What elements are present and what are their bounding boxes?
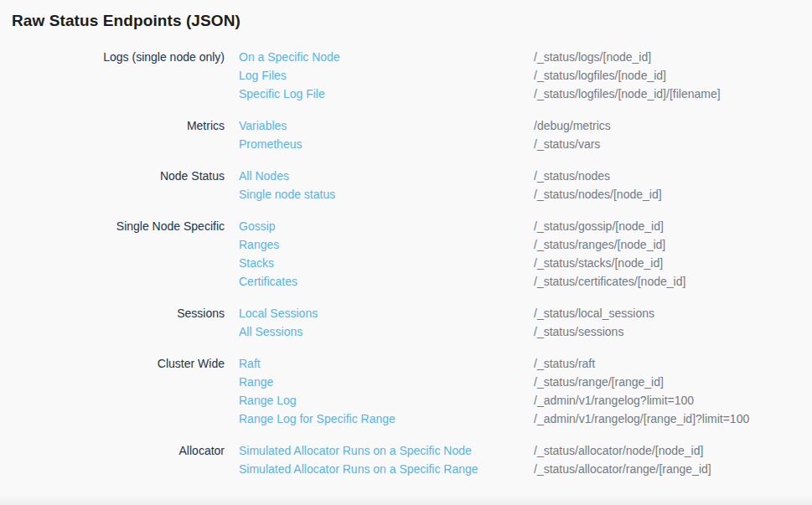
page: { "page": { "title": "Raw Status Endpoin… bbox=[0, 0, 812, 505]
endpoint-group: Logs (single node only)On a Specific Nod… bbox=[12, 48, 800, 103]
endpoint-path: /_status/nodes bbox=[534, 167, 610, 185]
endpoint-path: /_status/stacks/[node_id] bbox=[534, 254, 663, 272]
endpoint-row: Local Sessions/_status/local_sessions bbox=[239, 304, 800, 322]
endpoint-link[interactable]: Simulated Allocator Runs on a Specific N… bbox=[239, 441, 534, 460]
endpoint-group: MetricsVariables/debug/metricsPrometheus… bbox=[12, 116, 800, 153]
endpoint-link[interactable]: Prometheus bbox=[239, 135, 534, 153]
endpoint-link[interactable]: Single node status bbox=[239, 185, 534, 204]
endpoint-path: /_status/gossip/[node_id] bbox=[534, 217, 664, 235]
endpoint-link[interactable]: Variables bbox=[239, 116, 534, 135]
endpoint-group-label: Node Status bbox=[12, 167, 239, 204]
endpoint-group-rows: Raft/_status/raftRange/_status/range/[ra… bbox=[239, 354, 800, 428]
endpoint-group-rows: On a Specific Node/_status/logs/[node_id… bbox=[239, 48, 800, 103]
raw-status-endpoints-section: Raw Status Endpoints (JSON) Logs (single… bbox=[0, 0, 812, 478]
endpoint-row: All Nodes/_status/nodes bbox=[239, 167, 800, 185]
endpoint-path: /_status/allocator/node/[node_id] bbox=[534, 441, 703, 460]
endpoint-link[interactable]: Local Sessions bbox=[239, 304, 534, 322]
endpoint-row: Stacks/_status/stacks/[node_id] bbox=[239, 254, 800, 272]
endpoint-row: Simulated Allocator Runs on a Specific R… bbox=[239, 460, 800, 478]
endpoint-row: Specific Log File/_status/logfiles/[node… bbox=[239, 85, 800, 103]
endpoint-group: Node StatusAll Nodes/_status/nodesSingle… bbox=[12, 167, 800, 204]
endpoint-group-label: Logs (single node only) bbox=[12, 48, 239, 103]
endpoint-path: /_admin/v1/rangelog?limit=100 bbox=[534, 391, 694, 410]
endpoint-path: /_status/logs/[node_id] bbox=[534, 48, 651, 66]
endpoint-group-rows: Gossip/_status/gossip/[node_id]Ranges/_s… bbox=[239, 217, 800, 291]
endpoint-group-rows: Local Sessions/_status/local_sessionsAll… bbox=[239, 304, 800, 341]
endpoint-row: On a Specific Node/_status/logs/[node_id… bbox=[239, 48, 800, 66]
endpoint-group: SessionsLocal Sessions/_status/local_ses… bbox=[12, 304, 800, 341]
endpoint-link[interactable]: Specific Log File bbox=[239, 85, 534, 103]
endpoint-path: /_status/vars bbox=[534, 135, 600, 153]
endpoint-row: Simulated Allocator Runs on a Specific N… bbox=[239, 441, 800, 460]
endpoint-row: Log Files/_status/logfiles/[node_id] bbox=[239, 66, 800, 85]
endpoint-link[interactable]: Simulated Allocator Runs on a Specific R… bbox=[239, 460, 534, 478]
endpoint-link[interactable]: Range Log bbox=[239, 391, 534, 410]
endpoint-row: Certificates/_status/certificates/[node_… bbox=[239, 272, 800, 291]
endpoint-path: /_status/raft bbox=[534, 354, 595, 373]
endpoint-group-label: Single Node Specific bbox=[12, 217, 239, 291]
endpoint-path: /_status/logfiles/[node_id]/[filename] bbox=[534, 85, 721, 103]
endpoint-row: Range Log/_admin/v1/rangelog?limit=100 bbox=[239, 391, 800, 410]
endpoint-path: /_status/logfiles/[node_id] bbox=[534, 66, 666, 85]
endpoint-link[interactable]: On a Specific Node bbox=[239, 48, 534, 66]
endpoint-path: /_status/certificates/[node_id] bbox=[534, 272, 685, 291]
endpoint-link[interactable]: Log Files bbox=[239, 66, 534, 85]
endpoint-path: /_status/allocator/range/[range_id] bbox=[534, 460, 711, 478]
endpoint-group-label: Allocator bbox=[12, 441, 239, 478]
endpoint-group-label: Cluster Wide bbox=[12, 354, 239, 428]
endpoint-link[interactable]: Raft bbox=[239, 354, 534, 373]
endpoint-link[interactable]: Stacks bbox=[239, 254, 534, 272]
endpoint-link[interactable]: Range bbox=[239, 373, 534, 391]
endpoint-groups: Logs (single node only)On a Specific Nod… bbox=[12, 48, 800, 478]
endpoint-group-rows: Variables/debug/metricsPrometheus/_statu… bbox=[239, 116, 800, 153]
endpoint-row: Ranges/_status/ranges/[node_id] bbox=[239, 235, 800, 254]
endpoint-row: Range/_status/range/[range_id] bbox=[239, 373, 800, 391]
endpoint-row: Variables/debug/metrics bbox=[239, 116, 800, 135]
endpoint-path: /_status/range/[range_id] bbox=[534, 373, 664, 391]
endpoint-row: Raft/_status/raft bbox=[239, 354, 800, 373]
endpoint-path: /_admin/v1/rangelog/[range_id]?limit=100 bbox=[534, 410, 749, 428]
endpoint-group-label: Sessions bbox=[12, 304, 239, 341]
endpoint-group-rows: Simulated Allocator Runs on a Specific N… bbox=[239, 441, 800, 478]
endpoint-group: Single Node SpecificGossip/_status/gossi… bbox=[12, 217, 800, 291]
endpoint-link[interactable]: All Nodes bbox=[239, 167, 534, 185]
endpoint-group-rows: All Nodes/_status/nodesSingle node statu… bbox=[239, 167, 800, 204]
endpoint-path: /debug/metrics bbox=[534, 116, 611, 135]
endpoint-link[interactable]: Certificates bbox=[239, 272, 534, 291]
endpoint-path: /_status/local_sessions bbox=[534, 304, 654, 322]
endpoint-link[interactable]: Gossip bbox=[239, 217, 534, 235]
endpoint-group: Cluster WideRaft/_status/raftRange/_stat… bbox=[12, 354, 800, 428]
endpoint-link[interactable]: Ranges bbox=[239, 235, 534, 254]
endpoint-row: Prometheus/_status/vars bbox=[239, 135, 800, 153]
endpoint-row: Gossip/_status/gossip/[node_id] bbox=[239, 217, 800, 235]
endpoint-path: /_status/sessions bbox=[534, 322, 623, 341]
bottom-shade-divider bbox=[0, 494, 812, 505]
endpoint-row: All Sessions/_status/sessions bbox=[239, 322, 800, 341]
endpoint-group-label: Metrics bbox=[12, 116, 239, 153]
endpoint-row: Single node status/_status/nodes/[node_i… bbox=[239, 185, 800, 204]
endpoint-path: /_status/ranges/[node_id] bbox=[534, 235, 665, 254]
endpoint-group: AllocatorSimulated Allocator Runs on a S… bbox=[12, 441, 800, 478]
endpoint-link[interactable]: Range Log for Specific Range bbox=[239, 410, 534, 428]
endpoint-row: Range Log for Specific Range/_admin/v1/r… bbox=[239, 410, 800, 428]
endpoint-path: /_status/nodes/[node_id] bbox=[534, 185, 662, 204]
page-title: Raw Status Endpoints (JSON) bbox=[12, 11, 800, 30]
endpoint-link[interactable]: All Sessions bbox=[239, 322, 534, 341]
